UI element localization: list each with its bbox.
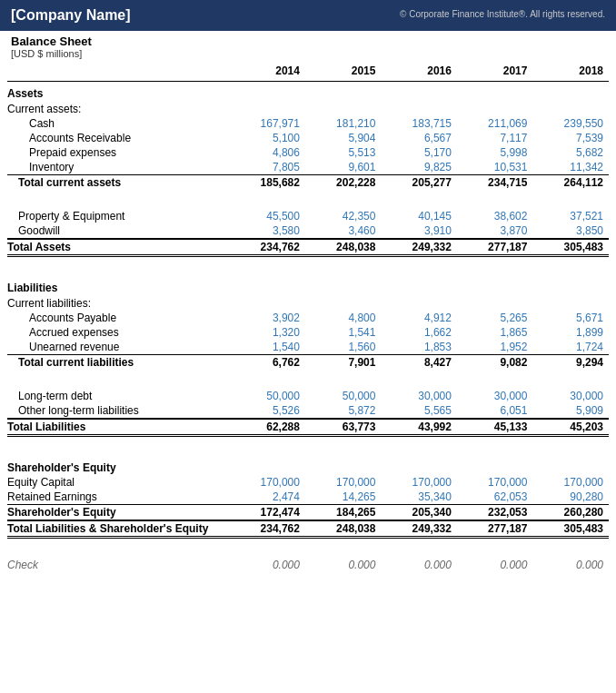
row-value: 264,112 xyxy=(532,175,609,191)
row-value: 3,850 xyxy=(532,223,609,239)
row-label: Accounts Receivable xyxy=(7,131,229,145)
row-label: Total Assets xyxy=(7,239,229,256)
row-value xyxy=(305,295,382,311)
row-value: 62,053 xyxy=(457,490,533,505)
row-label: Equity Capital xyxy=(7,475,229,490)
table-header-row: 2014 2015 2016 2017 2018 xyxy=(7,61,609,82)
row-value: 249,332 xyxy=(381,520,457,538)
row-value: 7,539 xyxy=(532,131,609,145)
table-row: Accounts Payable3,9024,8004,9125,2655,67… xyxy=(7,311,609,325)
table-row: Total current assets185,682202,228205,27… xyxy=(7,175,609,191)
currency-note: [USD $ millions] xyxy=(11,48,605,59)
row-value xyxy=(532,276,609,295)
row-value xyxy=(381,295,457,311)
row-value: 170,000 xyxy=(381,475,457,490)
row-value xyxy=(457,101,533,116)
row-value xyxy=(229,456,305,475)
row-value: 30,000 xyxy=(381,389,457,403)
row-value: 0.000 xyxy=(381,558,457,572)
row-label: Liabilities xyxy=(7,276,229,295)
row-value: 9,294 xyxy=(532,355,609,371)
row-value: 37,521 xyxy=(532,209,609,223)
row-value: 1,853 xyxy=(381,340,457,355)
row-value: 4,800 xyxy=(305,311,382,325)
row-value: 1,541 xyxy=(305,325,382,340)
year-2017-header: 2017 xyxy=(457,61,533,82)
row-value: 181,210 xyxy=(305,116,382,131)
row-value: 248,038 xyxy=(305,239,382,256)
sheet-title: Balance Sheet xyxy=(11,35,605,48)
table-row: Inventory7,8059,6019,82510,53111,342 xyxy=(7,160,609,175)
row-value: 7,805 xyxy=(229,160,305,175)
row-value: 170,000 xyxy=(532,475,609,490)
row-value: 3,460 xyxy=(305,223,382,239)
table-row: Accrued expenses1,3201,5411,6621,8651,89… xyxy=(7,325,609,340)
row-label: Total current liabilities xyxy=(7,355,229,371)
row-value xyxy=(305,101,382,116)
row-value: 0.000 xyxy=(305,558,382,572)
row-value: 9,082 xyxy=(457,355,533,371)
row-value xyxy=(532,101,609,116)
table-row: Shareholder's Equity xyxy=(7,456,609,475)
row-value: 232,053 xyxy=(457,505,533,521)
row-value: 1,952 xyxy=(457,340,533,355)
spacer-row xyxy=(7,190,609,209)
row-label: Cash xyxy=(7,116,229,131)
row-value: 0.000 xyxy=(229,558,305,572)
year-2015-header: 2015 xyxy=(305,61,382,82)
spacer-row xyxy=(7,538,609,559)
balance-sheet-table: 2014 2015 2016 2017 2018 AssetsCurrent a… xyxy=(7,61,609,572)
table-row: Equity Capital170,000170,000170,000170,0… xyxy=(7,475,609,490)
spacer-row xyxy=(7,256,609,277)
row-label: Other long-term liabilities xyxy=(7,403,229,419)
row-value: 62,288 xyxy=(229,419,305,436)
row-label: Assets xyxy=(7,82,229,102)
row-value: 211,069 xyxy=(457,116,533,131)
row-value: 1,662 xyxy=(381,325,457,340)
table-row: Assets xyxy=(7,82,609,102)
row-value: 9,825 xyxy=(381,160,457,175)
table-row: Unearned revenue1,5401,5601,8531,9521,72… xyxy=(7,340,609,355)
row-value: 170,000 xyxy=(457,475,533,490)
row-value xyxy=(457,276,533,295)
row-value xyxy=(229,295,305,311)
row-value: 305,483 xyxy=(532,520,609,538)
row-value xyxy=(457,82,533,102)
row-label: Total current assets xyxy=(7,175,229,191)
row-value: 205,277 xyxy=(381,175,457,191)
row-value xyxy=(532,82,609,102)
row-label: Current assets: xyxy=(7,101,229,116)
row-value: 6,051 xyxy=(457,403,533,419)
row-value: 1,320 xyxy=(229,325,305,340)
balance-sheet-table-container: 2014 2015 2016 2017 2018 AssetsCurrent a… xyxy=(0,61,616,581)
row-value: 260,280 xyxy=(532,505,609,521)
table-row: Prepaid expenses4,8065,5135,1705,9985,68… xyxy=(7,145,609,160)
row-value: 38,602 xyxy=(457,209,533,223)
row-value: 5,265 xyxy=(457,311,533,325)
year-2016-header: 2016 xyxy=(381,61,457,82)
row-value: 43,992 xyxy=(381,419,457,436)
row-value: 239,550 xyxy=(532,116,609,131)
row-value: 3,910 xyxy=(381,223,457,239)
row-value: 30,000 xyxy=(532,389,609,403)
row-value: 5,513 xyxy=(305,145,382,160)
row-value: 5,671 xyxy=(532,311,609,325)
row-value: 234,715 xyxy=(457,175,533,191)
table-row: Check0.0000.0000.0000.0000.000 xyxy=(7,558,609,572)
row-label: Goodwill xyxy=(7,223,229,239)
table-row: Total Liabilities62,28863,77343,99245,13… xyxy=(7,419,609,436)
sub-header: Balance Sheet [USD $ millions] xyxy=(0,31,616,61)
row-label: Shareholder's Equity xyxy=(7,505,229,521)
row-value: 5,100 xyxy=(229,131,305,145)
row-label: Unearned revenue xyxy=(7,340,229,355)
row-value: 45,203 xyxy=(532,419,609,436)
table-row: Shareholder's Equity172,474184,265205,34… xyxy=(7,505,609,521)
row-value xyxy=(381,456,457,475)
table-row: Liabilities xyxy=(7,276,609,295)
table-row: Property & Equipment45,50042,35040,14538… xyxy=(7,209,609,223)
row-label: Long-term debt xyxy=(7,389,229,403)
table-row: Total Liabilities & Shareholder's Equity… xyxy=(7,520,609,538)
row-value: 40,145 xyxy=(381,209,457,223)
row-value: 277,187 xyxy=(457,520,533,538)
row-value: 5,872 xyxy=(305,403,382,419)
